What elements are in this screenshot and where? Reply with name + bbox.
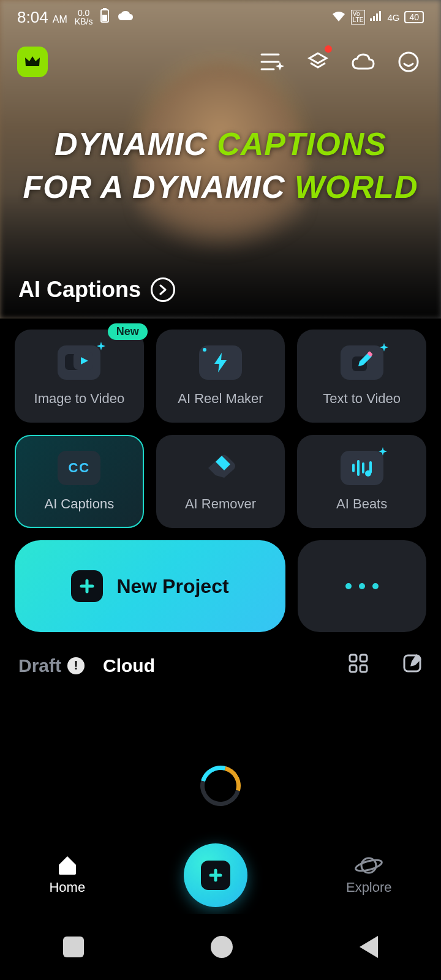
plus-icon (201, 861, 230, 890)
new-project-button[interactable]: New Project (15, 540, 285, 632)
recent-apps-button[interactable] (63, 937, 84, 957)
home-icon (56, 855, 78, 876)
tool-label: Image to Video (34, 391, 125, 407)
plus-icon (71, 570, 103, 602)
list-sparkle-button[interactable] (257, 47, 288, 77)
edit-button[interactable] (402, 653, 423, 678)
tool-label: Text to Video (323, 391, 401, 407)
android-nav-bar (0, 914, 441, 980)
svg-point-30 (355, 858, 383, 873)
top-bar (0, 47, 441, 77)
tool-label: AI Captions (44, 496, 114, 512)
network-label: 4G (387, 12, 399, 23)
loading-area (0, 766, 441, 806)
smiley-icon (398, 51, 420, 73)
hero-title: DYNAMIC CAPTIONS FOR A DYNAMIC WORLD (0, 123, 441, 208)
edit-icon (402, 653, 423, 674)
premium-crown-button[interactable] (17, 47, 48, 77)
tab-draft[interactable]: Draft ! (18, 655, 85, 676)
chevron-right-icon (151, 277, 175, 302)
tool-text-to-video[interactable]: Text to Video (297, 330, 426, 423)
more-tools-button[interactable] (298, 540, 426, 632)
new-badge: New (108, 323, 148, 340)
planet-icon (354, 855, 383, 876)
wifi-icon (331, 10, 346, 24)
battery-percent: 40 (404, 11, 424, 23)
battery-icon (100, 7, 110, 27)
tool-label: AI Reel Maker (178, 391, 263, 407)
image-video-icon (58, 345, 100, 380)
grid-view-button[interactable] (348, 653, 369, 678)
volte-icon: VoLTE (351, 10, 366, 24)
loading-spinner-icon (193, 758, 248, 813)
signal-icon (370, 11, 382, 24)
tool-label: AI Beats (336, 496, 387, 512)
action-row: New Project (0, 528, 441, 632)
status-bar: 8:04 AM 0.0 KB/s VoLTE 4G 40 (0, 0, 441, 34)
svg-rect-5 (376, 13, 378, 21)
tool-image-to-video[interactable]: New Image to Video (15, 330, 144, 423)
nav-home[interactable]: Home (49, 855, 85, 895)
svg-rect-2 (102, 15, 107, 21)
tool-ai-captions[interactable]: CC AI Captions (15, 435, 144, 528)
feature-label: AI Captions (18, 277, 141, 303)
cloud-icon (117, 9, 134, 25)
status-time: 8:04 AM (17, 8, 67, 27)
crown-icon (24, 55, 40, 69)
status-network-speed: 0.0 KB/s (75, 9, 93, 26)
projects-tabs: Draft ! Cloud (0, 632, 441, 678)
dot-icon (345, 583, 352, 589)
cloud-icon (351, 53, 375, 71)
info-icon: ! (67, 657, 85, 674)
dot-icon (359, 583, 365, 589)
grid-icon (348, 653, 369, 674)
bottom-nav: Home Explore (0, 842, 441, 909)
new-project-label: New Project (116, 575, 228, 598)
pencil-icon (341, 345, 383, 380)
tools-grid: New Image to Video AI Reel Maker T (0, 318, 441, 528)
svg-rect-25 (360, 665, 367, 672)
cc-icon: CC (58, 451, 100, 485)
ai-captions-link[interactable]: AI Captions (18, 277, 175, 303)
svg-rect-22 (350, 655, 356, 662)
list-icon (260, 52, 285, 72)
cloud-button[interactable] (348, 47, 379, 77)
profile-button[interactable] (393, 47, 424, 77)
svg-rect-6 (379, 11, 381, 21)
layers-button[interactable] (303, 47, 333, 77)
home-button[interactable] (211, 936, 233, 958)
svg-rect-4 (373, 16, 375, 21)
eraser-icon (199, 451, 242, 485)
svg-rect-24 (350, 665, 356, 672)
tool-ai-remover[interactable]: AI Remover (156, 435, 285, 528)
svg-rect-1 (103, 8, 107, 10)
svg-rect-23 (360, 655, 367, 662)
tool-ai-beats[interactable]: AI Beats (297, 435, 426, 528)
notification-dot (325, 45, 332, 53)
svg-point-10 (399, 53, 418, 71)
layers-icon (307, 51, 329, 73)
nav-explore[interactable]: Explore (346, 855, 392, 895)
svg-rect-3 (370, 18, 372, 21)
create-fab[interactable] (184, 843, 247, 907)
bolt-icon (199, 345, 242, 380)
waveform-icon (341, 451, 383, 485)
back-button[interactable] (360, 936, 378, 958)
tab-cloud[interactable]: Cloud (103, 655, 155, 676)
hero-banner: DYNAMIC CAPTIONS FOR A DYNAMIC WORLD AI … (0, 0, 441, 318)
dot-icon (372, 583, 379, 589)
tool-ai-reel-maker[interactable]: AI Reel Maker (156, 330, 285, 423)
tool-label: AI Remover (185, 496, 256, 512)
